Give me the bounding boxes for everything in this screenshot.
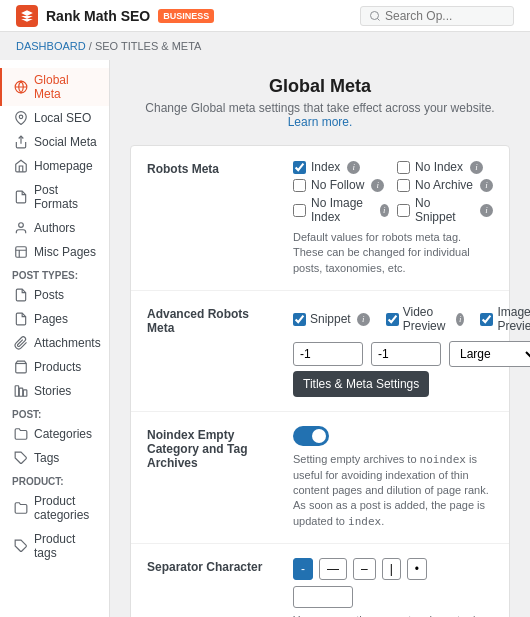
sidebar-item-homepage[interactable]: Homepage: [0, 154, 109, 178]
no-index-checkbox[interactable]: [397, 161, 410, 174]
sidebar-item-pages[interactable]: Pages: [0, 307, 109, 331]
sep-char-endash[interactable]: –: [353, 558, 376, 580]
main-layout: Global Meta Local SEO Social Meta Homepa…: [0, 60, 530, 617]
sidebar-item-product-categories[interactable]: Product categories: [0, 489, 109, 527]
separator-chars: - — – | •: [293, 558, 493, 608]
sep-custom-input[interactable]: [293, 586, 353, 608]
video-preview-value-input[interactable]: [371, 342, 441, 366]
settings-card: Robots Meta Index i No Index i: [130, 145, 510, 617]
app-title: Rank Math SEO: [46, 8, 150, 24]
doc-icon: [14, 312, 28, 326]
snippet-checkbox[interactable]: [293, 313, 306, 326]
search-box[interactable]: [360, 6, 514, 26]
folder-icon: [14, 501, 28, 515]
sidebar-item-stories[interactable]: Stories: [0, 379, 109, 403]
sidebar-item-tags[interactable]: Tags: [0, 446, 109, 470]
no-image-index-checkbox[interactable]: [293, 204, 306, 217]
video-preview-checkbox[interactable]: [386, 313, 399, 326]
checkbox-no-snippet[interactable]: No Snippet i: [397, 196, 493, 224]
sidebar-label: Homepage: [34, 159, 93, 173]
sidebar-label: Product tags: [34, 532, 97, 560]
noindex-empty-row: Noindex Empty Category and Tag Archives …: [131, 412, 509, 544]
no-follow-info-icon[interactable]: i: [371, 179, 384, 192]
sidebar-item-posts[interactable]: Posts: [0, 283, 109, 307]
svg-rect-7: [15, 386, 18, 397]
sidebar-label: Pages: [34, 312, 68, 326]
sidebar-item-misc-pages[interactable]: Misc Pages: [0, 240, 109, 264]
sidebar-label: Categories: [34, 427, 92, 441]
checkbox-no-follow[interactable]: No Follow i: [293, 178, 389, 192]
stories-icon: [14, 384, 28, 398]
sidebar-item-products[interactable]: Products: [0, 355, 109, 379]
svg-point-2: [19, 115, 23, 119]
sidebar-label: Posts: [34, 288, 64, 302]
sidebar-item-post-formats[interactable]: Post Formats: [0, 178, 109, 216]
sidebar-label: Global Meta: [34, 73, 97, 101]
advanced-robots-checkboxes: Snippet i Video Preview i Image Preview …: [293, 305, 530, 333]
page-subtitle: Change Global meta settings that take ef…: [130, 101, 510, 129]
no-archive-info-icon[interactable]: i: [480, 179, 493, 192]
toggle-slider: [293, 426, 329, 446]
snippet-checkbox-label[interactable]: Snippet i: [293, 305, 370, 333]
breadcrumb: DASHBOARD / SEO TITLES & META: [0, 32, 530, 60]
image-preview-checkbox[interactable]: [480, 313, 493, 326]
header: Rank Math SEO BUSINESS: [0, 0, 530, 32]
noindex-toggle[interactable]: [293, 426, 329, 446]
image-preview-select[interactable]: Large None Standard: [449, 341, 530, 367]
no-archive-checkbox[interactable]: [397, 179, 410, 192]
format-icon: [14, 190, 28, 204]
svg-rect-9: [23, 390, 27, 396]
sidebar-section-product: Product:: [0, 470, 109, 489]
no-snippet-info-icon[interactable]: i: [480, 204, 493, 217]
advanced-robots-content: Snippet i Video Preview i Image Preview …: [293, 305, 530, 397]
sidebar-section-post: Post:: [0, 403, 109, 422]
sidebar-item-product-tags[interactable]: Product tags: [0, 527, 109, 565]
robots-meta-help: Default values for robots meta tag. Thes…: [293, 230, 493, 276]
no-snippet-checkbox[interactable]: [397, 204, 410, 217]
breadcrumb-dashboard[interactable]: DASHBOARD: [16, 40, 86, 52]
sidebar-item-global-meta[interactable]: Global Meta: [0, 68, 109, 106]
checkbox-index[interactable]: Index i: [293, 160, 389, 174]
sidebar: Global Meta Local SEO Social Meta Homepa…: [0, 60, 110, 617]
home-icon: [14, 159, 28, 173]
video-preview-checkbox-label[interactable]: Video Preview i: [386, 305, 465, 333]
image-preview-checkbox-label[interactable]: Image Preview i: [480, 305, 530, 333]
sep-char-dash[interactable]: -: [293, 558, 313, 580]
sidebar-item-local-seo[interactable]: Local SEO: [0, 106, 109, 130]
learn-more-link[interactable]: Learn more.: [288, 115, 353, 129]
noindex-empty-label: Noindex Empty Category and Tag Archives: [147, 426, 277, 529]
checkbox-no-index[interactable]: No Index i: [397, 160, 493, 174]
no-image-index-info-icon[interactable]: i: [380, 204, 389, 217]
no-index-info-icon[interactable]: i: [470, 161, 483, 174]
search-input[interactable]: [385, 9, 505, 23]
sidebar-item-categories[interactable]: Categories: [0, 422, 109, 446]
snippet-value-input[interactable]: [293, 342, 363, 366]
globe-icon: [14, 80, 28, 94]
video-preview-info-icon[interactable]: i: [456, 313, 464, 326]
checkbox-no-archive[interactable]: No Archive i: [397, 178, 493, 192]
location-icon: [14, 111, 28, 125]
index-info-icon[interactable]: i: [347, 161, 360, 174]
index-checkbox[interactable]: [293, 161, 306, 174]
sidebar-item-attachments[interactable]: Attachments: [0, 331, 109, 355]
page-heading: Global Meta Change Global meta settings …: [130, 76, 510, 129]
sidebar-label: Social Meta: [34, 135, 97, 149]
sidebar-label: Attachments: [34, 336, 101, 350]
sidebar-item-authors[interactable]: Authors: [0, 216, 109, 240]
sep-char-pipe[interactable]: |: [382, 558, 401, 580]
attach-icon: [14, 336, 28, 350]
svg-point-0: [371, 11, 379, 19]
advanced-robots-row: Advanced Robots Meta Snippet i Video Pre…: [131, 291, 509, 412]
share-icon: [14, 135, 28, 149]
sep-char-bullet[interactable]: •: [407, 558, 427, 580]
sidebar-item-social-meta[interactable]: Social Meta: [0, 130, 109, 154]
folder-icon: [14, 427, 28, 441]
no-follow-checkbox[interactable]: [293, 179, 306, 192]
checkbox-no-image-index[interactable]: No Image Index i: [293, 196, 389, 224]
robots-meta-content: Index i No Index i No Follow i: [293, 160, 493, 276]
sidebar-label: Authors: [34, 221, 75, 235]
sep-char-emdash[interactable]: —: [319, 558, 347, 580]
search-icon: [369, 10, 381, 22]
tag-icon: [14, 451, 28, 465]
snippet-info-icon[interactable]: i: [357, 313, 370, 326]
